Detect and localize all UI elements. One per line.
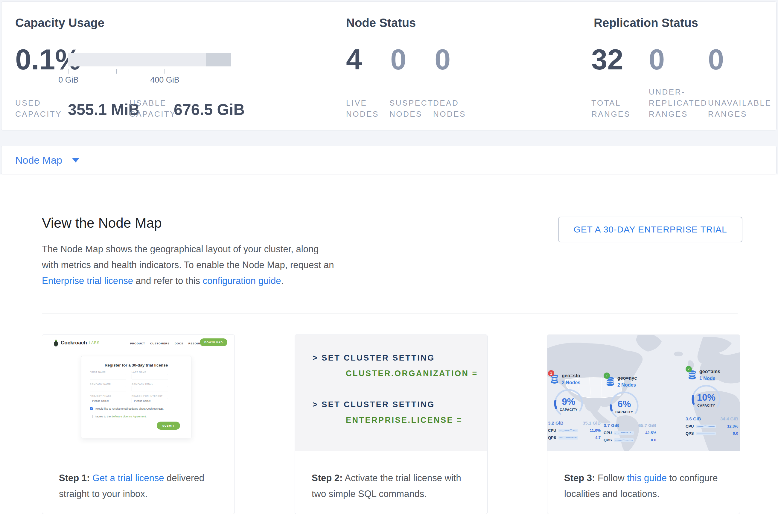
- configuration-guide-link[interactable]: configuration guide: [203, 276, 281, 286]
- section-divider: [42, 314, 737, 314]
- mini-last-name-label: LAST NAME: [132, 371, 147, 373]
- mini-company-name-label: COMPANY NAME: [90, 383, 111, 385]
- cockroach-bug-icon: [53, 339, 59, 347]
- intro-paragraph: The Node Map shows the geographical layo…: [42, 241, 335, 289]
- capacity-tick: [213, 69, 213, 74]
- step3-text: Step 3: Follow this guide to configure l…: [564, 470, 726, 502]
- dead-nodes-count: 0: [435, 43, 451, 76]
- node-status-title: Node Status: [346, 16, 416, 29]
- dead-nodes-label: DEAD NODES: [433, 97, 466, 120]
- mini-reason-select: Please Select: [132, 398, 168, 403]
- capacity-bar: [68, 53, 231, 66]
- sql-commands-panel: > SET CLUSTER SETTING CLUSTER.ORGANIZATI…: [295, 335, 487, 451]
- step2-text: Step 2: Activate the trial license with …: [312, 470, 474, 502]
- page-title: View the Node Map: [42, 215, 162, 231]
- step2-card: > SET CLUSTER SETTING CLUSTER.ORGANIZATI…: [295, 334, 487, 514]
- error-badge-icon: 1: [548, 370, 554, 376]
- mini-license-checkbox-row: I agree to the Software License Agreemen…: [90, 415, 147, 418]
- total-ranges-label: TOTAL RANGES: [591, 97, 631, 120]
- under-replicated-label: UNDER- REPLICATED RANGES: [649, 86, 707, 120]
- chevron-down-icon: [72, 158, 80, 162]
- cpu-sparkline-icon: [614, 431, 634, 435]
- mini-project-phase-select: Please Select: [90, 398, 126, 403]
- registration-screenshot: Cockroach LABS PRODUCT CUSTOMERS DOCS RE…: [42, 335, 235, 451]
- mini-download-button: DOWNLOAD: [200, 338, 227, 346]
- mini-first-name-label: FIRST NAME: [90, 371, 105, 373]
- mini-submit-button: SUBMIT: [157, 422, 180, 430]
- capacity-tick: [68, 69, 69, 74]
- node-map-dropdown-label: Node Map: [15, 154, 62, 166]
- usable-capacity-label: USABLE CAPACITY: [130, 97, 176, 120]
- cockroach-labs-logo: Cockroach LABS: [53, 339, 100, 347]
- step3-card: 1 geo=sfo 2 Nodes 9% CAPACITY 3.2 GiB35.…: [547, 334, 740, 514]
- get-enterprise-trial-button[interactable]: GET A 30-DAY ENTERPRISE TRIAL: [558, 217, 743, 242]
- unavailable-ranges-label: UNAVAILABLE RANGES: [708, 97, 771, 120]
- mini-trial-form: Register for a 30-day trial license FIRS…: [81, 356, 191, 438]
- ok-badge-icon: ✓: [686, 366, 692, 372]
- cluster-summary-card: Capacity Usage 0.1% 0 GiB 400 GiB USED C…: [1, 1, 777, 131]
- used-capacity-value: 355.1 MiB: [68, 100, 140, 119]
- capacity-tick-label-400: 400 GiB: [150, 75, 179, 85]
- sql-line-4: ENTERPRISE.LICENSE =: [346, 415, 462, 425]
- step1-card: Cockroach LABS PRODUCT CUSTOMERS DOCS RE…: [42, 334, 235, 514]
- suspect-nodes-count: 0: [390, 43, 406, 76]
- node-map-preview: 1 geo=sfo 2 Nodes 9% CAPACITY 3.2 GiB35.…: [547, 335, 740, 451]
- sql-line-1: > SET CLUSTER SETTING: [313, 353, 435, 363]
- live-nodes-label: LIVE NODES: [346, 97, 379, 120]
- live-nodes-count: 4: [346, 43, 362, 76]
- replication-status-title: Replication Status: [594, 16, 698, 29]
- mini-company-email-label: COMPANY EMAIL: [132, 383, 153, 385]
- cpu-sparkline-icon: [558, 429, 578, 432]
- usable-capacity-value: 676.5 GiB: [174, 100, 245, 119]
- capacity-tick: [164, 69, 165, 74]
- qps-sparkline-icon: [696, 432, 716, 435]
- capacity-tick-label-0: 0 GiB: [58, 75, 79, 85]
- get-trial-license-link[interactable]: Get a trial license: [92, 473, 164, 483]
- cpu-sparkline-icon: [696, 425, 716, 428]
- unavailable-ranges-count: 0: [708, 43, 724, 76]
- mini-nav-item: DOCS: [175, 342, 183, 345]
- total-ranges-count: 32: [591, 43, 623, 76]
- sql-line-3: > SET CLUSTER SETTING: [313, 400, 435, 409]
- sql-line-2: CLUSTER.ORGANIZATION =: [346, 369, 478, 378]
- mini-project-phase-label: PROJECT PHASE: [90, 395, 111, 397]
- mini-first-name-input: [90, 374, 126, 379]
- mini-form-title: Register for a 30-day trial license: [81, 363, 191, 367]
- capacity-tick: [116, 69, 117, 74]
- step1-text: Step 1: Get a trial license delivered st…: [59, 470, 221, 502]
- cluster-overview-page: Capacity Usage 0.1% 0 GiB 400 GiB USED C…: [0, 0, 778, 532]
- ok-badge-icon: ✓: [604, 373, 610, 379]
- qps-sparkline-icon: [614, 438, 634, 442]
- mini-nav-item: PRODUCT: [130, 342, 145, 345]
- mini-license-link: Software License Agreement.: [111, 415, 147, 418]
- this-guide-link[interactable]: this guide: [627, 473, 667, 483]
- mini-updates-checkbox-row: ✓ I would like to receive email updates …: [90, 407, 164, 410]
- checked-checkbox-icon: ✓: [90, 407, 93, 410]
- mini-company-email-input: [132, 386, 168, 391]
- capacity-usage-title: Capacity Usage: [15, 16, 104, 29]
- mini-company-name-input: [90, 386, 126, 391]
- unchecked-checkbox-icon: [90, 415, 93, 418]
- node-map-dropdown[interactable]: Node Map: [1, 146, 777, 174]
- enterprise-trial-license-link[interactable]: Enterprise trial license: [42, 276, 133, 286]
- used-capacity-label: USED CAPACITY: [15, 97, 62, 120]
- mini-last-name-input: [132, 374, 168, 379]
- capacity-bar-reserved-segment: [206, 53, 231, 66]
- under-replicated-count: 0: [649, 43, 665, 76]
- qps-sparkline-icon: [558, 436, 578, 440]
- mini-nav-item: CUSTOMERS: [150, 342, 170, 345]
- mini-reason-label: REASON FOR INTEREST: [132, 395, 163, 397]
- suspect-nodes-label: SUSPECT NODES: [389, 97, 434, 120]
